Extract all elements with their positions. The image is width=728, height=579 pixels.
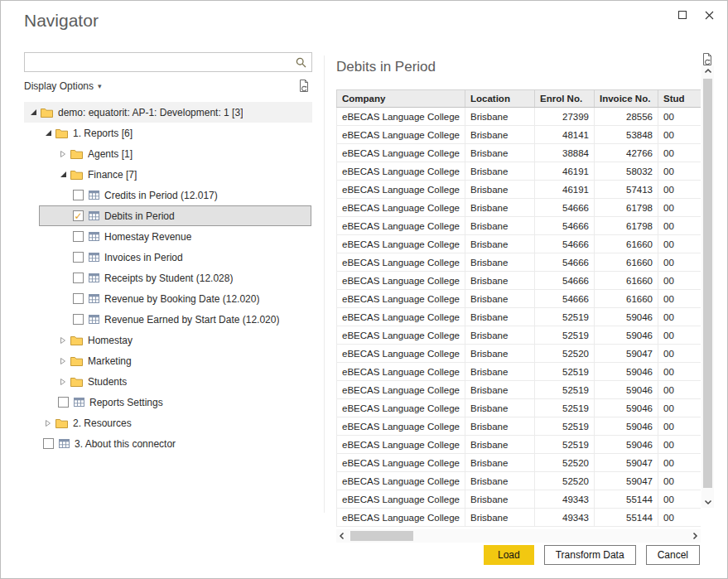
table-cell: 00: [658, 199, 701, 217]
tree-item-credits-in-period-12-017[interactable]: Credits in Period (12.017): [24, 185, 312, 205]
collapse-icon[interactable]: [58, 171, 68, 178]
table-cell: 00: [658, 235, 701, 253]
horizontal-scrollbar[interactable]: [336, 529, 701, 543]
table-cell: eBECAS Language College: [337, 217, 465, 235]
tree-item-demo-equatorit-ap-1-development-1-3[interactable]: demo: equatorit: AP-1: Development: 1 [3…: [24, 102, 312, 123]
table-cell: eBECAS Language College: [337, 108, 465, 126]
tree-item-agents-1[interactable]: Agents [1]: [24, 143, 312, 164]
table-cell: 00: [658, 509, 701, 527]
transform-data-button[interactable]: Transform Data: [544, 545, 636, 565]
tree-item-marketing[interactable]: Marketing: [24, 350, 312, 371]
table-cell: eBECAS Language College: [337, 399, 465, 417]
tree-item-homestay[interactable]: Homestay: [24, 330, 312, 350]
navigator-tree: demo: equatorit: AP-1: Development: 1 [3…: [24, 102, 312, 454]
vertical-scrollbar[interactable]: [701, 65, 714, 508]
tree-item-1-reports-6[interactable]: 1. Reports [6]: [24, 123, 312, 143]
table-cell: 61798: [595, 199, 658, 217]
tree-item-revenue-earned-by-start-date-12-020[interactable]: Revenue Earned by Start Date (12.020): [24, 309, 312, 330]
table-cell: 00: [658, 181, 701, 199]
item-checkbox[interactable]: [73, 190, 84, 200]
display-options-dropdown[interactable]: Display Options ▾: [24, 80, 102, 92]
table-cell: 00: [658, 272, 701, 290]
item-checkbox[interactable]: [73, 314, 84, 325]
table-cell: 00: [658, 162, 701, 181]
expand-icon[interactable]: [58, 357, 68, 365]
tree-item-students[interactable]: Students: [24, 371, 312, 392]
table-cell: eBECAS Language College: [337, 381, 465, 399]
table-cell: 54666: [535, 253, 595, 272]
cancel-button[interactable]: Cancel: [646, 545, 700, 565]
table-icon: [89, 211, 99, 220]
table-cell: eBECAS Language College: [337, 162, 465, 181]
item-checkbox[interactable]: [58, 397, 69, 408]
table-icon: [89, 232, 99, 241]
refresh-preview-icon[interactable]: [701, 52, 714, 66]
tree-item-3-about-this-connector[interactable]: 3. About this connector: [24, 433, 312, 454]
table-cell: eBECAS Language College: [337, 181, 465, 199]
table-row: eBECAS Language CollegeBrisbane525195904…: [337, 308, 701, 326]
item-checkbox[interactable]: [73, 231, 84, 242]
tree-item-label: demo: equatorit: AP-1: Development: 1 [3…: [58, 107, 243, 118]
tree-item-finance-7[interactable]: Finance [7]: [24, 164, 312, 185]
table-cell: Brisbane: [465, 181, 535, 199]
close-button[interactable]: [696, 4, 722, 26]
table-row: eBECAS Language CollegeBrisbane525205904…: [337, 345, 701, 363]
search-icon[interactable]: [295, 56, 307, 69]
table-cell: 61660: [595, 272, 658, 290]
folder-icon: [41, 108, 53, 118]
options-row: Display Options ▾: [24, 80, 312, 95]
preview-table-wrap: CompanyLocationEnrol No.Invoice No.Stud …: [336, 89, 701, 527]
scroll-down-button[interactable]: [701, 496, 714, 508]
window-controls: [669, 4, 722, 26]
collapse-icon[interactable]: [28, 109, 38, 116]
folder-icon: [55, 418, 68, 428]
table-cell: 54666: [535, 290, 595, 308]
load-button[interactable]: Load: [484, 545, 534, 565]
item-checkbox[interactable]: [73, 273, 84, 283]
scroll-up-button[interactable]: [701, 65, 714, 77]
table-cell: Brisbane: [465, 272, 535, 290]
scroll-right-button[interactable]: [689, 529, 701, 543]
tree-item-revenue-by-booking-date-12-020[interactable]: Revenue by Booking Date (12.020): [24, 288, 312, 309]
table-cell: Brisbane: [465, 454, 535, 472]
search-input[interactable]: [29, 55, 290, 70]
table-cell: Brisbane: [465, 108, 535, 126]
maximize-button[interactable]: [669, 4, 696, 26]
tree-item-homestay-revenue[interactable]: Homestay Revenue: [24, 226, 312, 247]
tree-item-receipts-by-student-12-028[interactable]: Receipts by Student (12.028): [24, 268, 312, 288]
expand-icon[interactable]: [58, 378, 68, 386]
item-checkbox[interactable]: [73, 293, 84, 304]
table-cell: eBECAS Language College: [337, 308, 465, 326]
item-checkbox[interactable]: ✓: [73, 210, 84, 221]
table-cell: eBECAS Language College: [337, 436, 465, 454]
table-cell: eBECAS Language College: [337, 235, 465, 253]
item-checkbox[interactable]: [43, 438, 54, 449]
preview-table: CompanyLocationEnrol No.Invoice No.Stud …: [336, 89, 701, 527]
tree-item-reports-settings[interactable]: Reports Settings: [24, 392, 312, 413]
table-cell: eBECAS Language College: [337, 290, 465, 308]
preview-header: Debits in Period: [336, 59, 714, 84]
table-cell: 55144: [595, 509, 658, 527]
tree-item-invoices-in-period[interactable]: Invoices in Period: [24, 247, 312, 268]
vertical-scroll-thumb[interactable]: [703, 79, 712, 488]
horizontal-scroll-thumb[interactable]: [350, 531, 413, 541]
tree-item-2-resources[interactable]: 2. Resources: [24, 413, 312, 433]
table-icon: [89, 273, 99, 282]
collapse-icon[interactable]: [43, 129, 53, 137]
tree-item-label: 1. Reports [6]: [73, 128, 133, 139]
table-cell: 59046: [595, 436, 658, 454]
preview-header-row: CompanyLocationEnrol No.Invoice No.Stud: [337, 90, 701, 108]
expand-icon[interactable]: [43, 419, 53, 427]
scroll-left-button[interactable]: [336, 529, 348, 543]
folder-icon: [70, 335, 83, 345]
table-row: eBECAS Language CollegeBrisbane525195904…: [337, 381, 701, 399]
tree-item-label: Finance [7]: [88, 169, 137, 181]
expand-icon[interactable]: [58, 150, 68, 158]
tree-item-debits-in-period[interactable]: ✓Debits in Period: [24, 205, 312, 226]
refresh-icon[interactable]: [297, 79, 311, 93]
navigator-dialog: Navigator Display Options ▾: [0, 0, 728, 579]
table-row: eBECAS Language CollegeBrisbane546666166…: [337, 235, 701, 253]
expand-icon[interactable]: [58, 336, 68, 345]
table-cell: 00: [658, 326, 701, 345]
item-checkbox[interactable]: [73, 252, 84, 263]
